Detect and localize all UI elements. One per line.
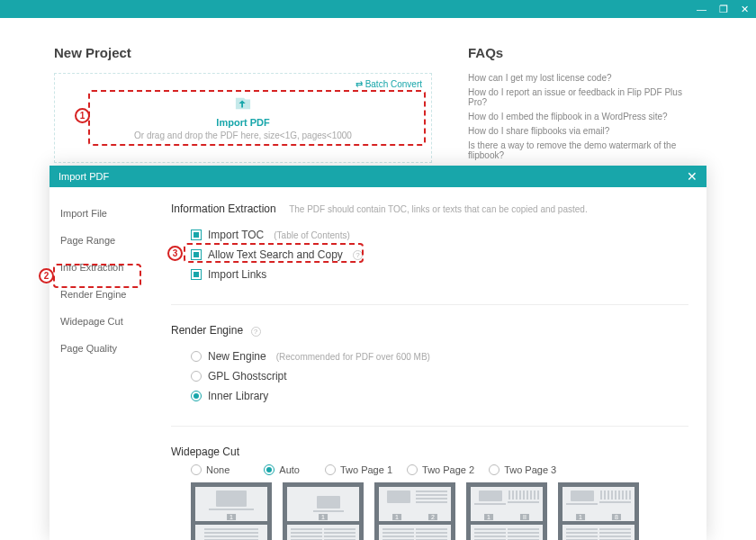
faqs-list: How can I get my lost license code? How … — [468, 73, 702, 175]
radio-icon — [325, 464, 336, 475]
import-pdf-dropzone[interactable]: Import PDF Or drag and drop the PDF here… — [66, 95, 420, 140]
radio-label: Two Page 1 — [340, 464, 392, 475]
import-toc-checkbox-row[interactable]: Import TOC (Table of Contents) — [171, 225, 688, 245]
new-project-box: Batch Convert Import PDF Or drag and dro… — [54, 73, 432, 163]
annotation-badge-3: 3 — [167, 246, 183, 261]
wp-thumb-two2[interactable]: 1II III3 — [466, 482, 547, 540]
radio-label: New Engine — [208, 350, 266, 363]
radio-icon — [191, 371, 202, 382]
widepage-cut-section: Widepage Cut None Auto Two Page 1 Two Pa… — [171, 443, 688, 540]
faq-link[interactable]: Is there a way to remove the demo waterm… — [468, 140, 702, 160]
import-pdf-hint: Or drag and drop the PDF here, size<1G, … — [66, 130, 420, 140]
section-divider — [171, 426, 688, 427]
checkbox-label: Import TOC — [208, 229, 264, 241]
modal-title: Import PDF — [58, 171, 109, 182]
modal-header: Import PDF ✕ — [50, 166, 706, 187]
allow-text-search-checkbox-row[interactable]: Allow Text Search and Copy ? 3 — [171, 245, 688, 265]
radio-icon — [264, 464, 274, 475]
new-project-heading: New Project — [54, 45, 432, 60]
checkbox-label: Allow Text Search and Copy — [208, 248, 343, 261]
wp-auto-radio[interactable]: Auto — [264, 464, 300, 475]
modal-close-button[interactable]: ✕ — [687, 169, 698, 184]
radio-icon — [407, 464, 418, 475]
radio-label: Inner Library — [208, 390, 268, 402]
wp-thumb-two3[interactable]: 18 72 — [558, 482, 639, 540]
sidebar-item-page-quality[interactable]: Page Quality — [50, 335, 153, 362]
faq-link[interactable]: How do I share flipbooks via email? — [468, 126, 702, 136]
radio-label: None — [206, 464, 230, 475]
render-gpl-radio[interactable]: GPL Ghostscript — [171, 366, 688, 386]
faq-link[interactable]: How can I get my lost license code? — [468, 73, 702, 83]
modal-sidebar: Import File Page Range Info Extraction R… — [50, 187, 153, 540]
wp-two2-radio[interactable]: Two Page 2 — [407, 464, 474, 475]
wp-thumb-auto[interactable]: 1 23 — [283, 482, 364, 540]
window-titlebar: — ❐ ✕ — [0, 0, 756, 18]
faqs-heading: FAQs — [468, 45, 702, 60]
checkbox-hint: (Table of Contents) — [274, 230, 350, 240]
import-pdf-modal: Import PDF ✕ Import File Page Range Info… — [50, 166, 706, 540]
section-subtitle: The PDF should contain TOC, links or tex… — [289, 204, 587, 214]
file-import-icon — [233, 99, 253, 114]
checkbox-icon — [191, 269, 202, 280]
annotation-badge-2: 2 — [39, 268, 54, 284]
checkbox-label: Import Links — [208, 268, 266, 281]
wp-two1-radio[interactable]: Two Page 1 — [325, 464, 392, 475]
radio-icon — [191, 464, 202, 475]
render-new-engine-radio[interactable]: New Engine (Recommended for PDF over 600… — [171, 346, 688, 366]
wp-two3-radio[interactable]: Two Page 3 — [489, 464, 556, 475]
sidebar-item-render-engine[interactable]: Render Engine — [50, 281, 153, 308]
wp-thumb-none[interactable]: 1 2 — [191, 482, 272, 540]
section-title: Widepage Cut — [171, 446, 239, 458]
render-inner-radio[interactable]: Inner Library — [171, 386, 688, 406]
wp-none-radio[interactable]: None — [191, 464, 230, 475]
checkbox-icon — [191, 249, 202, 260]
section-divider — [171, 304, 688, 305]
sidebar-item-import-file[interactable]: Import File — [50, 200, 153, 227]
radio-icon — [191, 391, 202, 401]
render-engine-section: Render Engine ? New Engine (Recommended … — [171, 321, 688, 406]
radio-icon — [191, 351, 202, 362]
radio-hint: (Recommended for PDF over 600 MB) — [276, 352, 430, 362]
section-title: Render Engine — [171, 324, 243, 337]
window-minimize-button[interactable]: — — [697, 4, 706, 14]
faq-link[interactable]: How do I embed the flipbook in a WordPre… — [468, 112, 702, 122]
batch-convert-link[interactable]: Batch Convert — [356, 79, 422, 89]
radio-label: Two Page 2 — [422, 464, 474, 475]
annotation-badge-1: 1 — [75, 108, 90, 123]
help-icon[interactable]: ? — [353, 250, 363, 260]
modal-content: Information Extraction The PDF should co… — [153, 187, 706, 540]
radio-label: Auto — [279, 464, 300, 475]
import-pdf-label: Import PDF — [66, 117, 420, 128]
info-extraction-section: Information Extraction The PDF should co… — [171, 200, 688, 284]
window-maximize-button[interactable]: ❐ — [719, 4, 728, 15]
radio-label: GPL Ghostscript — [208, 370, 287, 382]
import-links-checkbox-row[interactable]: Import Links — [171, 265, 688, 284]
radio-label: Two Page 3 — [504, 464, 556, 475]
radio-icon — [489, 464, 500, 475]
section-title: Information Extraction — [171, 202, 276, 215]
faq-link[interactable]: How do I report an issue or feedback in … — [468, 87, 702, 107]
sidebar-item-page-range[interactable]: Page Range — [50, 227, 153, 254]
sidebar-item-widepage-cut[interactable]: Widepage Cut — [50, 308, 153, 335]
checkbox-icon — [191, 230, 202, 240]
sidebar-item-info-extraction[interactable]: Info Extraction — [50, 254, 153, 281]
wp-thumb-two1[interactable]: 12 34 — [374, 482, 455, 540]
window-close-button[interactable]: ✕ — [741, 4, 749, 15]
wp-thumbnails: 1 2 1 23 12 34 1II — [171, 482, 688, 540]
help-icon[interactable]: ? — [251, 327, 261, 337]
